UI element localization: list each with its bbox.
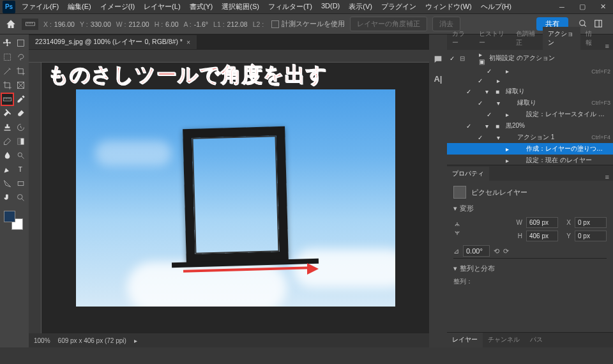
close-tab-icon[interactable]: × <box>186 38 190 46</box>
transform-title: 変形 <box>460 204 474 213</box>
stamp-tool[interactable] <box>1 121 13 133</box>
align-label: 整列： <box>453 277 607 286</box>
use-scale-check[interactable]: 計測スケールを使用 <box>271 20 345 29</box>
brush-tool[interactable] <box>15 107 27 119</box>
canvas[interactable] <box>76 89 395 307</box>
action-row[interactable]: ▸設定：現在 のレイヤー <box>447 155 613 165</box>
action-row[interactable]: ✓▾縁取りCtrl+F3 <box>447 97 613 109</box>
move-tool[interactable] <box>1 37 13 49</box>
panel-tab[interactable]: パス <box>525 333 548 347</box>
transform-w-input[interactable]: 609 px <box>526 217 558 228</box>
artboard-tool[interactable] <box>15 37 27 49</box>
align-section[interactable]: ▾整列と分布 <box>453 264 607 273</box>
panel-tab[interactable]: カラー <box>447 27 474 50</box>
y-label: Y : <box>80 20 88 28</box>
canvas-viewport[interactable]: ものさしツールで角度を出す <box>29 50 429 333</box>
properties-tab[interactable]: プロパティ <box>447 167 489 181</box>
zoom-level[interactable]: 100% <box>34 337 50 344</box>
action-row[interactable]: ✓⊟▸ ▣初期設定 のアクション <box>447 50 613 66</box>
color-swatches[interactable] <box>4 211 23 230</box>
menu-item[interactable]: 選択範囲(S) <box>218 0 263 13</box>
lasso-tool[interactable] <box>15 51 27 63</box>
ruler-vertical[interactable] <box>29 63 42 333</box>
menu-item[interactable]: フィルター(T) <box>264 0 316 13</box>
panel-tab[interactable]: チャンネル <box>483 333 525 347</box>
comment-icon[interactable] <box>432 54 444 65</box>
svg-line-26 <box>22 199 24 201</box>
l1-label: L1 : <box>213 20 225 28</box>
menu-item[interactable]: 編集(E) <box>64 0 95 13</box>
panel-tab[interactable]: アクション <box>543 27 580 50</box>
home-icon[interactable] <box>5 19 17 30</box>
transform-angle-input[interactable]: 0.00° <box>463 245 490 257</box>
character-panel-icon[interactable]: A| <box>432 73 444 84</box>
svg-line-6 <box>584 24 586 26</box>
menu-item[interactable]: イメージ(I) <box>96 0 139 13</box>
action-row[interactable]: ▸作成：レイヤーの塗りつぶし <box>447 143 613 155</box>
transform-section[interactable]: ▾変形 <box>453 204 607 213</box>
frame-tool[interactable] <box>15 79 27 91</box>
close-button[interactable]: ✕ <box>593 0 613 14</box>
link-icon[interactable] <box>453 221 510 238</box>
transform-h-input[interactable]: 406 px <box>526 231 558 241</box>
menu-item[interactable]: 表示(V) <box>345 0 376 13</box>
menu-item[interactable]: 書式(Y) <box>186 0 217 13</box>
document-dims: 609 px x 406 px (72 ppi) <box>58 337 126 344</box>
foreground-color[interactable] <box>4 211 15 222</box>
type-tool[interactable]: T <box>15 163 27 176</box>
panel-menu-icon[interactable]: ≡ <box>602 42 613 50</box>
svg-point-25 <box>18 195 23 200</box>
status-chevron-icon[interactable]: ▸ <box>134 337 137 344</box>
marquee-tool[interactable] <box>1 51 13 63</box>
minimize-button[interactable]: ─ <box>552 0 572 14</box>
ruler-horizontal[interactable] <box>29 50 429 63</box>
action-row[interactable]: ✓▸設定：レイヤースタイル ： 現在のレイ... <box>447 109 613 120</box>
flip-h-icon[interactable]: ⟲ <box>494 247 499 255</box>
transform-w-label: W <box>513 219 522 226</box>
panel-tab[interactable]: 情報 <box>580 27 602 50</box>
dodge-tool[interactable] <box>15 149 27 162</box>
heal-tool[interactable] <box>1 107 13 119</box>
eyedrop-tool[interactable] <box>15 93 27 105</box>
pen-tool[interactable] <box>1 163 13 176</box>
panel-menu-icon[interactable]: ≡ <box>602 173 613 181</box>
transform-y-input[interactable]: 0 px <box>575 231 607 241</box>
maximize-button[interactable]: ▢ <box>572 0 593 14</box>
transform-x-input[interactable]: 0 px <box>575 217 607 228</box>
crop2-tool[interactable] <box>15 65 27 77</box>
straighten-button[interactable]: レイヤーの角度補正 <box>350 17 427 31</box>
wand-tool[interactable] <box>1 65 13 77</box>
menu-item[interactable]: プラグイン <box>377 0 420 13</box>
h-label: H : <box>155 20 163 28</box>
ruler-tool[interactable] <box>1 93 13 105</box>
panel-tab[interactable]: 色調補正 <box>511 27 543 50</box>
menu-item[interactable]: レイヤー(L) <box>140 0 184 13</box>
menu-item[interactable]: ファイル(F) <box>18 0 63 13</box>
panel-tab[interactable]: ヒストリー <box>474 27 511 50</box>
history-tool[interactable] <box>15 121 27 133</box>
hand-tool[interactable] <box>1 192 13 204</box>
flip-v-icon[interactable]: ⟳ <box>503 247 509 255</box>
collapsed-panel-strip: A| <box>429 34 447 347</box>
action-row[interactable]: ✓▾■黒20% <box>447 120 613 132</box>
action-row[interactable]: ✓▸ <box>447 76 613 86</box>
blur-tool[interactable] <box>1 149 13 162</box>
panel-tab[interactable]: レイヤー <box>447 333 483 347</box>
rect-tool[interactable] <box>15 178 27 190</box>
properties-panel: プロパティ ≡ ピクセルレイヤー ▾変形 W 609 px X 0 px <box>447 165 613 332</box>
action-row[interactable]: ✓▾■縁取り <box>447 86 613 97</box>
gradient-tool[interactable] <box>15 135 27 148</box>
action-row[interactable]: ✓▾アクション 1Ctrl+F4 <box>447 132 613 143</box>
menu-item[interactable]: ウィンドウ(W) <box>421 0 476 13</box>
ruler-tool-icon <box>22 19 38 30</box>
svg-rect-14 <box>3 98 11 101</box>
eraser-tool[interactable] <box>1 135 13 148</box>
path-tool[interactable] <box>1 178 13 190</box>
menu-item[interactable]: 3D(D) <box>317 0 344 13</box>
action-row[interactable]: ✓▸Ctrl+F2 <box>447 66 613 76</box>
panel-tab-group-top: カラーヒストリー色調補正アクション情報≡ <box>447 34 613 50</box>
crop-tool[interactable] <box>1 79 13 91</box>
menu-item[interactable]: ヘルプ(H) <box>477 0 515 13</box>
zoom-tool[interactable] <box>15 192 27 204</box>
document-tab[interactable]: 22314099_s.jpg @ 100% (レイヤー 0, RGB/8#) *… <box>29 35 197 49</box>
